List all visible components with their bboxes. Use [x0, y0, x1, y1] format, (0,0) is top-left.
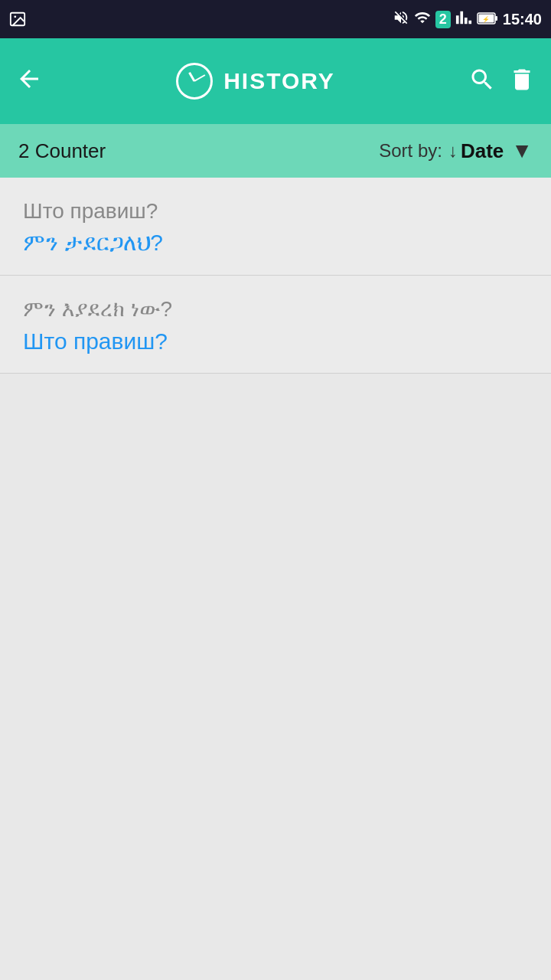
history-item-translation: ምን ታደርጋለህ?: [23, 230, 528, 256]
history-item-source: Што правиш?: [23, 199, 528, 224]
history-item-translation: Што правиш?: [23, 328, 528, 354]
history-item[interactable]: ምን እያደረክ ነው? Што правиш?: [0, 276, 551, 374]
sort-dropdown-arrow-icon[interactable]: ▼: [511, 139, 533, 163]
search-button[interactable]: [468, 66, 496, 97]
mute-icon: [393, 9, 409, 30]
time-display: 15:40: [503, 11, 542, 28]
sort-bar: 2 Counter Sort by: ↓ Date ▼: [0, 124, 551, 178]
status-bar-left: [9, 11, 26, 28]
svg-text:⚡: ⚡: [482, 15, 490, 23]
back-button[interactable]: [15, 65, 43, 97]
sim-icon: 2: [435, 11, 451, 28]
status-bar: 2 ⚡ 15:40: [0, 0, 551, 38]
svg-rect-3: [495, 16, 497, 21]
app-bar-title-text: HISTORY: [223, 68, 335, 94]
sort-down-arrow-icon: ↓: [448, 140, 458, 162]
battery-icon: ⚡: [477, 11, 498, 28]
sort-by-label: Sort by:: [379, 140, 442, 162]
signal-icon: [455, 9, 472, 30]
history-item-source: ምን እያደረክ ነው?: [23, 297, 528, 322]
app-bar: HISTORY: [0, 38, 551, 124]
svg-point-1: [14, 15, 16, 18]
history-list: Што правиш? ምን ታደርጋለህ? ምን እያደረክ ነው? Што …: [0, 178, 551, 374]
history-item[interactable]: Што правиш? ምን ታደርጋለህ?: [0, 178, 551, 276]
wifi-icon: [414, 9, 431, 30]
status-bar-right: 2 ⚡ 15:40: [393, 9, 542, 30]
delete-button[interactable]: [508, 66, 536, 97]
image-icon: [9, 11, 26, 28]
sort-date-label: Date: [461, 139, 504, 163]
clock-icon: [176, 63, 213, 100]
counter-label: 2 Counter: [18, 139, 379, 163]
app-bar-title-area: HISTORY: [55, 63, 456, 100]
